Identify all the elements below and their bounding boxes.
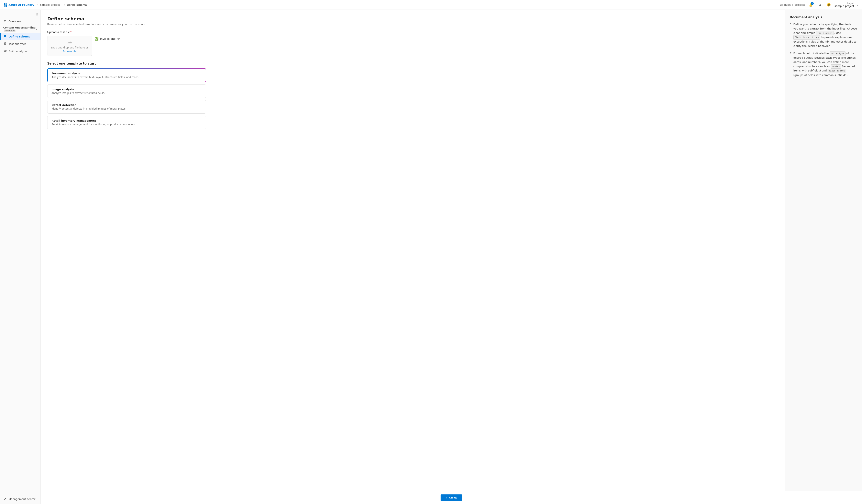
file-drop-zone[interactable]: ☁ Drag and drop one file here or Browse … [47, 36, 92, 56]
main-content: Define schema Review fields from selecte… [41, 10, 785, 504]
notification-badge: 1 [811, 2, 814, 5]
page-subtitle: Review fields from selected template and… [47, 23, 778, 26]
settings-button[interactable]: ⚙ [817, 2, 823, 8]
sidebar-section-label: Content Understanding PREVIEW [3, 26, 36, 32]
upload-section: ☁ Drag and drop one file here or Browse … [47, 36, 778, 56]
upload-label: Upload a test file* [47, 30, 778, 34]
sidebar-item-management-center[interactable]: ↗ Management center [0, 495, 40, 502]
breadcrumb: sample-project ⌄ / Define schema [40, 3, 87, 6]
delete-file-button[interactable]: 🗑 [117, 37, 120, 41]
preview-badge: PREVIEW [4, 29, 15, 32]
template-document-analysis-desc: Analyze documents to extract text, layou… [52, 76, 202, 79]
main-layout: ⊞ ⊙ Overview Content Understanding PREVI… [0, 10, 862, 504]
sidebar-bottom: ↗ Management center [0, 494, 40, 502]
top-navigation: Azure AI Foundry / sample-project ⌄ / De… [0, 0, 862, 10]
section-collapse-chevron[interactable]: ∧ [36, 28, 37, 30]
project-breadcrumb[interactable]: sample-project ⌄ [40, 3, 62, 6]
notifications-button[interactable]: 🔔 1 [808, 2, 814, 8]
template-card-image-analysis[interactable]: Image analysis Analyze images to extract… [47, 84, 206, 98]
template-card-retail-inventory[interactable]: Retail inventory management Retail inven… [47, 116, 206, 129]
template-retail-title: Retail inventory management [52, 119, 202, 122]
sidebar-item-overview[interactable]: ⊙ Overview [0, 18, 40, 25]
required-asterisk: * [70, 30, 72, 34]
template-defect-detection-desc: Identify potential defects in provided i… [52, 107, 202, 110]
management-icon: ↗ [3, 497, 7, 501]
right-panel-steps: Define your schema by specifying the fie… [790, 23, 857, 77]
svg-rect-1 [5, 3, 7, 5]
content-area: Define schema Review fields from selecte… [41, 10, 862, 504]
right-panel: Document analysis Define your schema by … [785, 10, 862, 504]
sidebar-define-schema-label: Define schema [9, 35, 30, 38]
sidebar-build-analyzer-label: Build analyzer [9, 50, 27, 53]
uploaded-file-item: ✅ invoice.png 🗑 [94, 36, 120, 42]
template-retail-desc: Retail inventory management for monitori… [52, 123, 202, 126]
template-card-document-analysis[interactable]: Document analysis Analyze documents to e… [47, 68, 206, 82]
right-panel-step-1: Define your schema by specifying the fie… [793, 23, 857, 48]
breadcrumb-separator-1: / [37, 3, 38, 6]
create-button[interactable]: ✓ Create [441, 494, 462, 501]
project-chevron: ⌄ [60, 4, 62, 6]
sidebar-toggle-area: ⊞ [0, 11, 40, 18]
all-hubs-link[interactable]: All hubs + projects [780, 3, 805, 6]
current-page-breadcrumb: Define schema [67, 3, 87, 6]
code-field-descriptions: field descriptions [793, 35, 820, 40]
create-checkmark-icon: ✓ [445, 496, 448, 499]
account-button[interactable]: 😊 [825, 2, 832, 8]
sidebar-management-label: Management center [9, 498, 36, 501]
sidebar-item-test-analyzer[interactable]: Test analyzer [0, 40, 40, 48]
right-panel-title: Document analysis [790, 15, 857, 19]
person-icon: 😊 [827, 3, 831, 7]
sidebar-item-define-schema[interactable]: Define schema [0, 33, 40, 40]
sidebar-test-analyzer-label: Test analyzer [9, 42, 26, 45]
drop-text: Drag and drop one file here or [51, 46, 88, 49]
project-info-name: sample-project [835, 4, 854, 8]
template-card-defect-detection[interactable]: Defect detection Identify potential defe… [47, 100, 206, 114]
project-info-dropdown[interactable]: Project sample-project [835, 2, 854, 8]
svg-rect-4 [4, 35, 5, 36]
define-schema-icon [3, 35, 7, 39]
svg-rect-5 [5, 35, 6, 36]
templates-list: Document analysis Analyze documents to e… [47, 68, 206, 129]
uploaded-file-name: invoice.png [100, 37, 116, 40]
svg-rect-2 [4, 5, 5, 7]
build-analyzer-icon [3, 49, 7, 53]
app-logo[interactable]: Azure AI Foundry [3, 3, 34, 7]
template-document-analysis-title: Document analysis [52, 72, 202, 75]
svg-rect-0 [4, 3, 5, 5]
upload-cloud-icon: ☁ [67, 39, 72, 44]
file-check-icon: ✅ [94, 37, 99, 41]
browse-file-link[interactable]: Browse file [63, 50, 76, 53]
svg-rect-6 [4, 36, 5, 37]
svg-rect-7 [5, 36, 6, 37]
sidebar: ⊞ ⊙ Overview Content Understanding PREVI… [0, 10, 41, 504]
code-tables: tables [831, 64, 841, 69]
sidebar-toggle-button[interactable]: ⊞ [36, 12, 38, 16]
sidebar-section-content-understanding: Content Understanding PREVIEW ∧ [0, 25, 40, 33]
app-title: Azure AI Foundry [9, 3, 34, 6]
right-panel-step-2: For each field, indicate the value type … [793, 51, 857, 77]
code-field-names: field names [816, 31, 834, 36]
topnav-right: All hubs + projects 🔔 1 ⚙ 😊 Project samp… [780, 2, 859, 8]
code-fixed-tables: fixed tables [827, 69, 846, 73]
sidebar-overview-label: Overview [9, 20, 21, 23]
breadcrumb-separator-2: / [64, 3, 65, 6]
code-value-type: value type [830, 51, 846, 56]
template-defect-detection-title: Defect detection [52, 104, 202, 106]
project-dropdown-chevron[interactable]: ⌄ [857, 3, 859, 6]
svg-rect-9 [4, 50, 6, 52]
templates-wrapper: Document analysis Analyze documents to e… [47, 68, 778, 129]
template-section-title: Select one template to start [47, 62, 778, 65]
sidebar-item-build-analyzer[interactable]: Build analyzer [0, 48, 40, 55]
create-bar: ✓ Create [41, 491, 862, 504]
test-analyzer-icon [3, 42, 7, 46]
create-button-label: Create [449, 496, 457, 499]
gear-icon: ⚙ [819, 3, 821, 7]
template-image-analysis-title: Image analysis [52, 88, 202, 91]
template-image-analysis-desc: Analyze images to extract structured fie… [52, 92, 202, 94]
project-info-label: Project [847, 2, 854, 4]
overview-icon: ⊙ [3, 19, 7, 23]
svg-rect-3 [5, 5, 7, 7]
page-title: Define schema [47, 16, 778, 22]
